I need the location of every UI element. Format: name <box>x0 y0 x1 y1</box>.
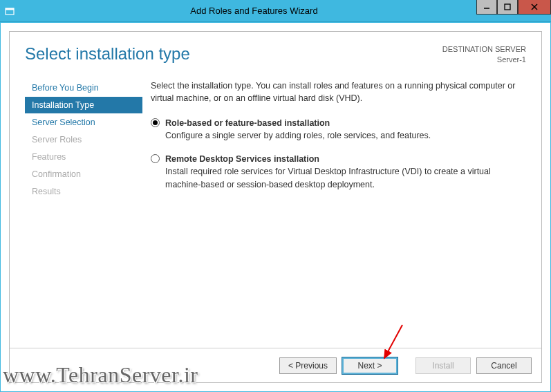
header-row: Select installation type DESTINATION SER… <box>10 32 541 73</box>
titlebar[interactable]: Add Roles and Features Wizard <box>0 0 551 22</box>
svg-rect-1 <box>6 8 14 10</box>
step-results: Results <box>25 183 142 200</box>
radio-icon[interactable] <box>151 118 160 127</box>
destination-label: DESTINATION SERVER <box>442 44 526 55</box>
option-role-based[interactable]: Role-based or feature-based installation… <box>151 117 523 142</box>
destination-info: DESTINATION SERVER Server-1 <box>442 44 526 66</box>
page-title: Select installation type <box>25 44 442 66</box>
previous-button[interactable]: < Previous <box>279 357 337 374</box>
window-title: Add Roles and Features Wizard <box>19 6 551 16</box>
option-remote-desktop[interactable]: Remote Desktop Services installation Ins… <box>151 153 523 190</box>
app-icon <box>0 0 19 22</box>
step-server-selection[interactable]: Server Selection <box>25 114 142 131</box>
cancel-button[interactable]: Cancel <box>476 357 532 374</box>
maximize-button[interactable] <box>497 0 518 15</box>
window-controls <box>476 0 551 15</box>
step-server-roles: Server Roles <box>25 131 142 148</box>
next-button[interactable]: Next > <box>342 357 398 374</box>
step-before-you-begin[interactable]: Before You Begin <box>25 80 142 96</box>
option-label: Remote Desktop Services installation <box>165 153 523 165</box>
wizard-steps-sidebar: Before You Begin Installation Type Serve… <box>25 73 142 348</box>
option-label: Role-based or feature-based installation <box>165 117 523 129</box>
step-features: Features <box>25 149 142 165</box>
option-desc: Install required role services for Virtu… <box>165 165 523 190</box>
body-row: Before You Begin Installation Type Serve… <box>10 73 541 348</box>
minimize-button[interactable] <box>476 0 497 15</box>
option-desc: Configure a single server by adding role… <box>165 129 523 142</box>
install-button: Install <box>415 357 471 374</box>
wizard-footer: < Previous Next > Install Cancel <box>10 348 541 382</box>
destination-value: Server-1 <box>442 55 526 65</box>
svg-rect-3 <box>505 4 510 10</box>
close-button[interactable] <box>518 0 551 15</box>
window-body: Select installation type DESTINATION SER… <box>0 22 551 392</box>
wizard-panel: Select installation type DESTINATION SER… <box>9 31 542 383</box>
step-confirmation: Confirmation <box>25 166 142 183</box>
intro-text: Select the installation type. You can in… <box>151 80 523 104</box>
radio-icon[interactable] <box>151 154 160 163</box>
content-area: Select the installation type. You can in… <box>142 73 526 348</box>
step-installation-type[interactable]: Installation Type <box>25 97 142 113</box>
